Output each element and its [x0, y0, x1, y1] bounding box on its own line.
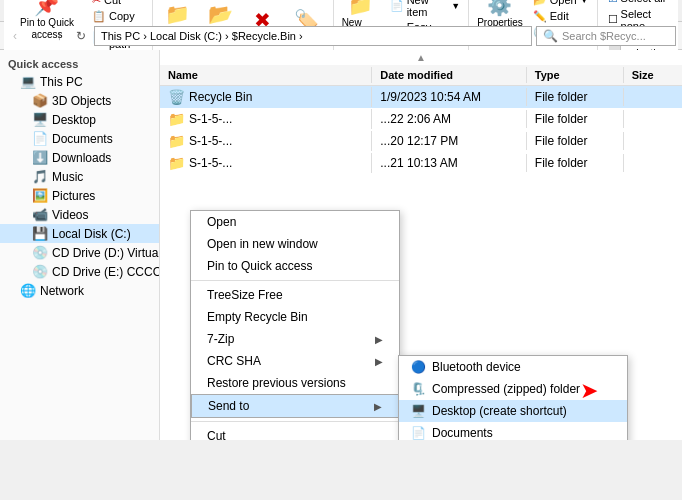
file-icon: 📁 — [168, 133, 185, 149]
menu-item-open-new-window[interactable]: Open in new window — [191, 233, 399, 255]
sidebar-quick-access-section: Quick access — [0, 54, 159, 72]
bluetooth-icon: 🔵 — [411, 360, 426, 374]
send-to-desktop[interactable]: 🖥️ Desktop (create shortcut) — [399, 400, 627, 422]
main-area: Quick access 💻 This PC 📦 3D Objects 🖥️ D… — [0, 50, 682, 440]
menu-item-send-to[interactable]: Send to▶ — [191, 394, 399, 418]
menu-item-empty-recycle-bin[interactable]: Empty Recycle Bin — [191, 306, 399, 328]
menu-item-cut[interactable]: Cut — [191, 425, 399, 440]
desktop-shortcut-icon: 🖥️ — [411, 404, 426, 418]
sidebar-downloads[interactable]: ⬇️ Downloads — [0, 148, 159, 167]
column-size[interactable]: Size — [624, 67, 682, 83]
menu-item-open[interactable]: Open — [191, 211, 399, 233]
network-icon: 🌐 — [20, 283, 36, 298]
local-disk-c-icon: 💾 — [32, 226, 48, 241]
cut-btn[interactable]: ✂ Cut — [88, 0, 148, 8]
send-to-bluetooth[interactable]: 🔵 Bluetooth device — [399, 356, 627, 378]
sidebar-network[interactable]: 🌐 Network — [0, 281, 159, 300]
videos-icon: 📹 — [32, 207, 48, 222]
send-to-zipped[interactable]: 🗜️ Compressed (zipped) folder — [399, 378, 627, 400]
refresh-btn[interactable]: ↻ — [72, 27, 90, 45]
menu-item-7zip[interactable]: 7-Zip▶ — [191, 328, 399, 350]
computer-icon: 💻 — [20, 74, 36, 89]
cd-drive-d-icon: 💿 — [32, 245, 48, 260]
pictures-icon: 🖼️ — [32, 188, 48, 203]
select-all-btn[interactable]: ☑ Select all — [602, 0, 674, 6]
sidebar-local-disk-c[interactable]: 💾 Local Disk (C:) — [0, 224, 159, 243]
up-btn[interactable]: ↑ — [50, 27, 68, 45]
file-icon: 🗑️ — [168, 89, 185, 105]
open-btn[interactable]: 📂 Open ▼ — [529, 0, 593, 8]
search-box[interactable]: 🔍 Search $Recyc... — [536, 26, 676, 46]
context-menu: Open Open in new window Pin to Quick acc… — [190, 210, 400, 440]
column-name[interactable]: Name — [160, 67, 372, 83]
sidebar-videos[interactable]: 📹 Videos — [0, 205, 159, 224]
title-bar: Manage $Recycle.Bin www.wintips.org File… — [0, 0, 682, 22]
sidebar-cd-drive-d[interactable]: 💿 CD Drive (D:) VirtualBox Guest A — [0, 243, 159, 262]
table-row[interactable]: 📁S-1-5-... ...21 10:13 AM File folder — [160, 152, 682, 174]
column-date[interactable]: Date modified — [372, 67, 527, 83]
address-path[interactable]: This PC › Local Disk (C:) › $Recycle.Bin… — [94, 26, 532, 46]
separator-1 — [191, 280, 399, 281]
sidebar-this-pc[interactable]: 💻 This PC — [0, 72, 159, 91]
sidebar-music[interactable]: 🎵 Music — [0, 167, 159, 186]
new-item-btn[interactable]: 📄 New item ▼ — [386, 0, 464, 19]
file-list-header: Name Date modified Type Size — [160, 65, 682, 86]
send-to-documents[interactable]: 📄 Documents — [399, 422, 627, 440]
red-arrow: ➤ — [580, 378, 598, 404]
sidebar: Quick access 💻 This PC 📦 3D Objects 🖥️ D… — [0, 50, 160, 440]
sidebar-pictures[interactable]: 🖼️ Pictures — [0, 186, 159, 205]
cd-drive-e-icon: 💿 — [32, 264, 48, 279]
file-list[interactable]: ▲ Name Date modified Type Size 🗑️Recycle… — [160, 50, 682, 440]
copy-btn[interactable]: 📋 Copy — [88, 9, 148, 24]
sidebar-cd-drive-e[interactable]: 💿 CD Drive (E:) CCCOMA_X64FRE_ — [0, 262, 159, 281]
table-row[interactable]: 🗑️Recycle Bin 1/9/2023 10:54 AM File fol… — [160, 86, 682, 108]
file-icon: 📁 — [168, 111, 185, 127]
table-row[interactable]: 📁S-1-5-... ...20 12:17 PM File folder — [160, 130, 682, 152]
sidebar-documents[interactable]: 📄 Documents — [0, 129, 159, 148]
zipped-icon: 🗜️ — [411, 382, 426, 396]
menu-item-restore-previous[interactable]: Restore previous versions — [191, 372, 399, 394]
edit-btn[interactable]: ✏️ Edit — [529, 9, 593, 24]
table-row[interactable]: 📁S-1-5-... ...22 2:06 AM File folder — [160, 108, 682, 130]
downloads-icon: ⬇️ — [32, 150, 48, 165]
column-type[interactable]: Type — [527, 67, 624, 83]
file-icon: 📁 — [168, 155, 185, 171]
menu-item-pin-quick-access[interactable]: Pin to Quick access — [191, 255, 399, 277]
desktop-icon: 🖥️ — [32, 112, 48, 127]
menu-item-crc-sha[interactable]: CRC SHA▶ — [191, 350, 399, 372]
documents-dest-icon: 📄 — [411, 426, 426, 440]
music-icon: 🎵 — [32, 169, 48, 184]
documents-icon: 📄 — [32, 131, 48, 146]
send-to-submenu: 🔵 Bluetooth device 🗜️ Compressed (zipped… — [398, 355, 628, 440]
menu-item-treesize[interactable]: TreeSize Free — [191, 284, 399, 306]
forward-btn[interactable]: › — [28, 27, 46, 45]
sidebar-desktop[interactable]: 🖥️ Desktop — [0, 110, 159, 129]
back-btn[interactable]: ‹ — [6, 27, 24, 45]
3d-objects-icon: 📦 — [32, 93, 48, 108]
separator-2 — [191, 421, 399, 422]
sidebar-3d-objects[interactable]: 📦 3D Objects — [0, 91, 159, 110]
